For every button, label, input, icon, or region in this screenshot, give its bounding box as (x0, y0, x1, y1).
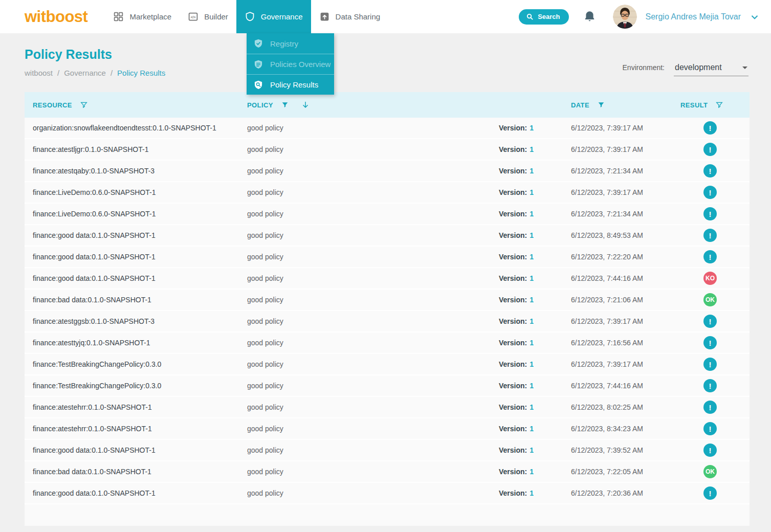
page-title: Policy Results (25, 47, 165, 62)
result-badge[interactable]: ! (703, 422, 717, 435)
avatar[interactable] (613, 5, 637, 29)
table-row[interactable]: finance:good data:0.1.0-SNAPSHOT-1good p… (25, 268, 750, 290)
menu-item-policies-overview[interactable]: Policies Overview (247, 54, 334, 74)
date-cell: 6/12/2023, 7:39:17 AM (563, 145, 672, 153)
version-value: 1 (530, 231, 534, 239)
result-badge[interactable]: KO (703, 272, 717, 285)
table-row[interactable]: finance:good data:0.1.0-SNAPSHOT-1good p… (25, 225, 750, 247)
version-cell: Version:1 (491, 274, 563, 282)
version-label: Version: (499, 231, 527, 239)
resource-cell: finance:atestljgr:0.1.0-SNAPSHOT-1 (25, 145, 239, 153)
date-cell: 6/12/2023, 7:39:52 AM (563, 446, 672, 454)
date-cell: 6/12/2023, 8:34:23 AM (563, 425, 672, 433)
notifications-bell-icon[interactable] (583, 10, 596, 23)
filter-icon[interactable] (281, 101, 289, 109)
result-badge[interactable]: ! (703, 379, 717, 392)
filter-icon[interactable] (715, 101, 723, 109)
witboost-logo[interactable]: witboost (25, 8, 87, 26)
result-badge[interactable]: OK (703, 465, 717, 478)
column-header-resource[interactable]: RESOURCE (25, 101, 239, 109)
version-value: 1 (530, 403, 534, 411)
result-badge[interactable]: ! (703, 207, 717, 220)
result-badge[interactable]: ! (703, 336, 717, 349)
menu-item-policy-results[interactable]: Policy Results (247, 74, 334, 95)
version-cell: Version:1 (491, 339, 563, 347)
date-cell: 6/12/2023, 7:21:06 AM (563, 296, 672, 304)
environment-select[interactable]: development (674, 63, 748, 76)
result-cell: ! (672, 164, 750, 178)
breadcrumb-governance[interactable]: Governance (64, 69, 106, 77)
policy-cell: good policy (239, 360, 491, 368)
table-row-clipped (25, 504, 750, 526)
column-header-policy[interactable]: POLICY (239, 100, 491, 109)
column-header-date[interactable]: DATE (563, 101, 672, 109)
version-value: 1 (530, 425, 534, 433)
result-badge[interactable]: ! (703, 186, 717, 199)
result-badge[interactable]: ! (703, 401, 717, 414)
resource-cell: finance:bad data:0.1.0-SNAPSHOT-1 (25, 296, 239, 304)
resource-cell: finance:bad data:0.1.0-SNAPSHOT-1 (25, 468, 239, 476)
resource-cell: finance:atestehrr:0.1.0-SNAPSHOT-1 (25, 403, 239, 411)
version-label: Version: (499, 274, 527, 282)
result-badge[interactable]: ! (703, 444, 717, 457)
version-cell: Version:1 (491, 253, 563, 261)
table-row[interactable]: finance:atestehrr:0.1.0-SNAPSHOT-1good p… (25, 418, 750, 440)
policy-cell: good policy (239, 231, 491, 239)
table-row[interactable]: finance:TestBreakingChangePolicy:0.3.0go… (25, 375, 750, 397)
date-cell: 6/12/2023, 7:44:16 AM (563, 274, 672, 282)
result-cell: ! (672, 315, 750, 328)
shield-list-icon (253, 59, 263, 70)
menu-item-label: Policies Overview (270, 60, 331, 69)
result-badge[interactable]: ! (703, 250, 717, 263)
menu-item-registry[interactable]: Registry (247, 33, 334, 54)
result-cell: ! (672, 207, 750, 220)
table-row[interactable]: organization:snowflakeendtoendtesst:0.1.… (25, 118, 750, 139)
result-badge[interactable]: ! (703, 486, 717, 500)
resource-cell: finance:good data:0.1.0-SNAPSHOT-1 (25, 489, 239, 497)
table-row[interactable]: finance:atestqaby:0.1.0-SNAPSHOT-3good p… (25, 161, 750, 182)
result-badge[interactable]: ! (703, 315, 717, 328)
result-badge[interactable]: ! (703, 121, 717, 135)
table-row[interactable]: finance:atesttyjq:0.1.0-SNAPSHOT-1good p… (25, 332, 750, 354)
resource-cell: finance:LiveDemo:0.6.0-SNAPSHOT-1 (25, 210, 239, 218)
table-row[interactable]: finance:TestBreakingChangePolicy:0.3.0go… (25, 354, 750, 375)
filter-icon[interactable] (80, 101, 88, 109)
main-nav: Marketplace </> Builder Governance (105, 0, 388, 33)
chevron-down-icon[interactable] (749, 11, 760, 23)
topbar-right: Search Sergio Andres Mejia Tovar (519, 0, 760, 33)
result-badge[interactable]: OK (703, 293, 717, 306)
table-row[interactable]: finance:good data:0.1.0-SNAPSHOT-1good p… (25, 483, 750, 504)
table-row[interactable]: finance:bad data:0.1.0-SNAPSHOT-1good po… (25, 290, 750, 311)
result-cell: ! (672, 422, 750, 435)
sort-descending-icon[interactable] (301, 100, 310, 109)
table-row[interactable]: finance:atestehrr:0.1.0-SNAPSHOT-1good p… (25, 397, 750, 418)
table-row[interactable]: finance:good data:0.1.0-SNAPSHOT-1good p… (25, 440, 750, 461)
date-cell: 6/12/2023, 7:39:17 AM (563, 317, 672, 325)
result-badge[interactable]: ! (703, 358, 717, 371)
nav-item-governance[interactable]: Governance (236, 0, 311, 33)
nav-item-builder[interactable]: </> Builder (180, 0, 236, 33)
table-row[interactable]: finance:LiveDemo:0.6.0-SNAPSHOT-1good po… (25, 204, 750, 225)
nav-item-marketplace[interactable]: Marketplace (105, 0, 180, 33)
search-button[interactable]: Search (519, 9, 568, 25)
column-header-result[interactable]: RESULT (672, 101, 750, 109)
table-row[interactable]: finance:LiveDemo:0.6.0-SNAPSHOT-1good po… (25, 182, 750, 204)
result-badge[interactable]: ! (703, 164, 717, 178)
version-label: Version: (499, 360, 527, 368)
breadcrumb-witboost[interactable]: witboost (25, 69, 53, 77)
filter-icon[interactable] (597, 101, 605, 109)
version-cell: Version:1 (491, 124, 563, 132)
version-cell: Version:1 (491, 210, 563, 218)
nav-item-data-sharing[interactable]: Data Sharing (311, 0, 389, 33)
version-cell: Version:1 (491, 145, 563, 153)
table-row[interactable]: finance:good data:0.1.0-SNAPSHOT-1good p… (25, 247, 750, 268)
result-badge[interactable]: ! (703, 143, 717, 156)
date-cell: 6/12/2023, 7:20:36 AM (563, 489, 672, 497)
result-cell: KO (672, 272, 750, 285)
table-row[interactable]: finance:atestggsb:0.1.0-SNAPSHOT-3good p… (25, 311, 750, 332)
user-name[interactable]: Sergio Andres Mejia Tovar (646, 12, 741, 21)
version-cell: Version:1 (491, 446, 563, 454)
result-badge[interactable]: ! (703, 229, 717, 242)
table-row[interactable]: finance:atestljgr:0.1.0-SNAPSHOT-1good p… (25, 139, 750, 161)
table-row[interactable]: finance:bad data:0.1.0-SNAPSHOT-1good po… (25, 461, 750, 483)
